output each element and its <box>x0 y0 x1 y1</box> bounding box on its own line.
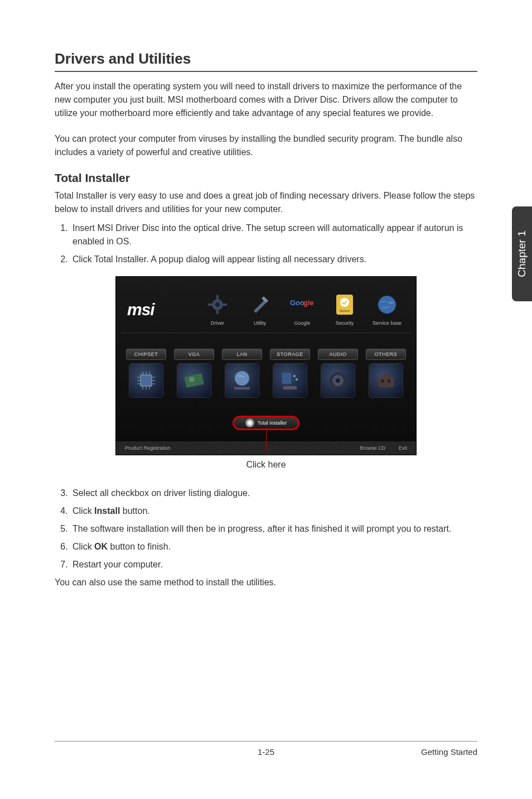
chipset-icon <box>129 363 163 398</box>
section-name: Getting Started <box>336 747 477 757</box>
vga-category[interactable]: VGA <box>174 349 214 398</box>
intro-paragraph-2: You can protect your computer from virus… <box>55 132 477 159</box>
svg-rect-3 <box>216 310 219 314</box>
google-nav-item[interactable]: Google Google <box>284 292 320 326</box>
step-item: Click Total Installer. A popup dialog wi… <box>70 253 477 266</box>
wrench-icon <box>248 292 272 317</box>
step-item: Insert MSI Driver Disc into the optical … <box>70 222 477 248</box>
security-nav-item[interactable]: Norton Security <box>327 292 362 326</box>
lan-category[interactable]: LAN <box>222 349 262 398</box>
footer-divider <box>55 741 477 742</box>
svg-point-11 <box>378 296 396 314</box>
driver-nav-item[interactable]: Driver <box>200 292 235 326</box>
total-installer-row: Total installer <box>116 415 416 441</box>
speaker-icon <box>321 363 355 398</box>
globe-icon <box>375 292 399 317</box>
svg-rect-36 <box>378 377 394 387</box>
nav-label: Utility <box>254 320 266 326</box>
utility-nav-item[interactable]: Utility <box>242 292 278 326</box>
chapter-sidebar-tab: Chapter 1 <box>512 206 532 301</box>
svg-point-30 <box>293 375 296 377</box>
subsection-intro: Total Installer is very easy to use and … <box>55 189 477 216</box>
step-item: Restart your computer. <box>70 558 477 571</box>
storage-icon <box>273 363 307 398</box>
category-row: CHIPSET VGA LAN STORAGE <box>116 333 416 415</box>
step-item: Click Install button. <box>70 504 477 518</box>
step-item: Click OK button to finish. <box>70 540 477 553</box>
security-badge-icon: Norton <box>332 292 357 317</box>
category-label: VGA <box>174 349 214 360</box>
category-label: STORAGE <box>270 349 310 360</box>
svg-text:gle: gle <box>303 299 314 307</box>
svg-rect-38 <box>381 379 384 383</box>
installer-top-row: msi Driver Utility Google Google <box>116 277 416 333</box>
storage-category[interactable]: STORAGE <box>270 349 310 398</box>
browse-cd-link[interactable]: Browse CD <box>360 445 385 451</box>
category-label: OTHERS <box>366 349 406 360</box>
msi-logo: msi <box>127 300 154 319</box>
svg-point-9 <box>340 298 349 307</box>
audio-category[interactable]: AUDIO <box>318 349 358 398</box>
category-label: LAN <box>222 349 262 360</box>
closing-paragraph: You can also use the same method to inst… <box>55 576 477 589</box>
intro-paragraph-1: After you install the operating system y… <box>55 80 477 120</box>
lan-globe-icon <box>225 363 259 398</box>
installer-screenshot: msi Driver Utility Google Google <box>115 276 417 455</box>
svg-point-26 <box>189 377 195 382</box>
svg-point-27 <box>235 371 249 386</box>
others-category[interactable]: OTHERS <box>366 349 406 398</box>
nav-label: Google <box>294 320 310 326</box>
svg-rect-29 <box>282 373 291 384</box>
category-label: CHIPSET <box>126 349 166 360</box>
click-here-caption: Click here <box>55 460 477 470</box>
page-title: Drivers and Utilities <box>55 50 477 68</box>
total-installer-button[interactable]: Total installer <box>233 416 299 430</box>
svg-rect-2 <box>216 295 219 300</box>
page-footer: 1-25 Getting Started <box>55 741 477 757</box>
product-registration-link[interactable]: Product Registration <box>125 445 171 451</box>
svg-text:Norton: Norton <box>340 309 350 312</box>
gear-icon <box>205 292 230 317</box>
callout-line <box>266 430 267 450</box>
svg-rect-28 <box>234 387 250 389</box>
steps-list-bottom: Select all checkbox on driver listing di… <box>55 487 477 571</box>
service-nav-item[interactable]: Service base <box>369 292 405 326</box>
svg-point-35 <box>336 378 340 383</box>
step-item: The software installation will then be i… <box>70 522 477 536</box>
steps-list-top: Insert MSI Driver Disc into the optical … <box>55 222 477 266</box>
nav-label: Security <box>336 320 354 326</box>
chipset-category[interactable]: CHIPSET <box>126 349 166 398</box>
subsection-title: Total Installer <box>55 171 477 185</box>
exit-link[interactable]: Exit <box>399 445 407 451</box>
briefcase-icon <box>369 363 403 398</box>
svg-point-31 <box>296 378 298 381</box>
vga-card-icon <box>177 363 211 398</box>
svg-rect-12 <box>141 375 152 386</box>
svg-point-1 <box>215 302 220 307</box>
svg-rect-37 <box>383 374 389 377</box>
heading-divider <box>55 71 477 72</box>
nav-label: Service base <box>373 320 402 326</box>
svg-rect-32 <box>283 386 297 389</box>
step-item: Select all checkbox on driver listing di… <box>70 487 477 500</box>
chapter-label: Chapter 1 <box>516 230 528 277</box>
google-icon: Google <box>290 292 315 317</box>
category-label: AUDIO <box>318 349 358 360</box>
disc-icon <box>245 418 254 427</box>
nav-label: Driver <box>211 320 224 326</box>
svg-rect-5 <box>223 304 227 306</box>
svg-rect-39 <box>388 379 390 383</box>
total-installer-label: Total installer <box>258 420 287 426</box>
page-number: 1-25 <box>196 747 337 757</box>
svg-rect-4 <box>208 304 212 306</box>
svg-text:Goo: Goo <box>290 299 304 307</box>
